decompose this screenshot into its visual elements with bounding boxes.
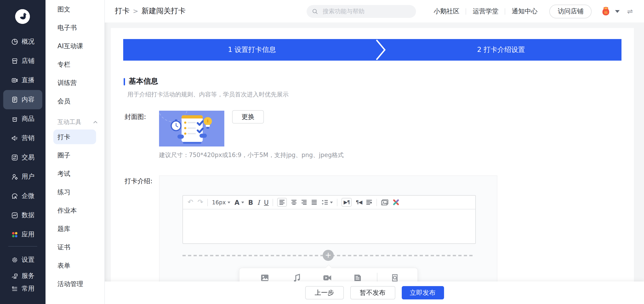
previous-step-button[interactable]: 上一步 [305,286,344,300]
submenu-item-ebook[interactable]: 电子书 [46,18,104,37]
sidebar-item-live[interactable]: 直播 [3,71,42,90]
align-left-button[interactable] [278,198,287,207]
submenu-item-practice[interactable]: 练习 [46,183,104,201]
chevron-down-icon [228,201,230,203]
insert-video-option[interactable] [323,273,332,282]
sidebar-item-overview[interactable]: 概况 [3,32,42,51]
ltr-paragraph-button[interactable]: ▶¶ [342,198,352,207]
submenu-item-workbook[interactable]: 作业本 [46,201,104,220]
submenu-item-imagetext[interactable]: 图文 [46,0,104,18]
submenu-item-circle[interactable]: 圈子 [46,146,104,164]
line-height-dropdown[interactable] [322,200,333,205]
breadcrumb-parent[interactable]: 打卡 [115,6,130,15]
insert-image-option[interactable] [260,273,269,282]
main-region: 打卡>新建闯关打卡 小鹅社区 运营学堂 通知中心 访问店铺 福 [105,0,644,304]
indent-button[interactable] [366,200,372,205]
brand-logo[interactable] [15,9,30,24]
sidebar-divider [8,246,37,247]
link-community[interactable]: 小鹅社区 [434,7,460,15]
undo-icon[interactable]: ↶ [188,199,193,206]
align-right-button[interactable] [301,200,307,205]
redo-icon[interactable]: ↷ [198,199,203,206]
link-notification-center[interactable]: 通知中心 [512,7,538,15]
svg-text:福: 福 [604,10,608,14]
font-color-dropdown[interactable]: A [234,199,244,206]
insert-article-option[interactable] [353,273,362,282]
sidebar-item-marketing[interactable]: 营销 [3,129,42,148]
underline-button[interactable]: U [264,199,269,206]
insert-audio-option[interactable] [292,273,302,282]
sidebar-item-label: 概况 [22,38,34,46]
sidebar-item-label: 店铺 [22,57,34,65]
bold-button[interactable]: B [248,199,253,206]
sidebar-item-shop[interactable]: 店铺 [3,51,42,71]
sidebar-item-label: 营销 [22,134,34,142]
rtl-paragraph-button[interactable]: ¶◀ [356,200,362,205]
submenu-section-interactive-tools[interactable]: 互动工具 [46,117,104,128]
submenu-item-column[interactable]: 专栏 [46,55,104,73]
chevron-down-icon [330,201,333,203]
sidebar-item-content[interactable]: 内容 [3,90,42,109]
link-divider [505,8,506,14]
trade-arrows-icon [11,154,18,161]
goose-logo-icon [15,9,30,24]
submenu-item-form[interactable]: 表单 [46,256,104,275]
sidebar-item-label: 内容 [22,95,34,104]
font-color-letter: A [234,199,240,206]
sidebar-item-users[interactable]: 用户 [3,167,42,186]
step-2[interactable]: 2 打卡介绍设置 [380,39,622,61]
submenu-item-camp[interactable]: 训练营 [46,73,104,92]
submenu-item-certificate[interactable]: 证书 [46,238,104,256]
submenu-item-member[interactable]: 会员 [46,92,104,110]
change-cover-button[interactable]: 更换 [232,110,264,124]
publish-now-button[interactable]: 立即发布 [402,286,444,300]
global-search[interactable] [307,5,416,18]
align-justify-icon [312,200,318,205]
cover-image-thumbnail[interactable] [159,111,224,146]
save-draft-button[interactable]: 暂不发布 [350,286,395,300]
submenu-item-exam[interactable]: 考试 [46,164,104,183]
breadcrumb: 打卡>新建闯关打卡 [115,6,186,16]
submenu-item-question-bank[interactable]: 题库 [46,220,104,238]
frequent-list-icon [11,285,18,293]
avatar[interactable]: 福 [600,5,612,17]
breadcrumb-separator: > [133,7,138,15]
content-doc-icon [11,96,18,103]
insert-resource-search-option[interactable] [390,273,400,282]
sidebar-item-apps[interactable]: 应用 [3,225,42,244]
submenu-item-activity-mgmt[interactable]: 活动管理 [46,275,104,293]
sidebar-item-frequent[interactable]: 常用 [3,283,42,295]
font-size-value: 16px [212,200,226,205]
sidebar-item-label: 常用 [22,285,34,293]
sidebar-item-data[interactable]: 数据 [3,206,42,225]
step-1[interactable]: 1 设置打卡信息 [123,39,380,61]
align-justify-button[interactable] [312,200,318,205]
submenu-item-checkin[interactable]: 打卡 [53,129,96,144]
add-block-button[interactable]: + [323,250,334,261]
cover-illustration [159,111,224,146]
sidebar-item-wecom[interactable]: 企微 [3,186,42,206]
avatar-dropdown-caret-icon[interactable] [615,10,620,13]
visit-shop-button[interactable]: 访问店铺 [550,4,592,18]
switch-account-icon[interactable]: ⇌ [627,7,633,15]
sidebar-item-service[interactable]: 服务 [3,270,42,283]
sidebar-item-label: 交易 [22,153,34,162]
font-size-dropdown[interactable]: 16px [212,200,230,205]
editor-text-area[interactable] [183,209,475,243]
align-center-button[interactable] [291,200,297,205]
line-height-icon [322,200,328,205]
sidebar-item-trade[interactable]: 交易 [3,148,42,167]
sidebar-item-goods[interactable]: 商品 [3,109,42,129]
section-accent-bar [124,78,125,85]
search-input[interactable] [322,7,411,15]
secondary-sidebar: 图文 电子书 AI互动课 专栏 训练营 会员 互动工具 打卡 圈子 考试 练习 … [46,0,105,304]
sidebar-item-settings[interactable]: 设置 [3,250,42,270]
italic-button[interactable]: I [257,199,260,206]
link-operation-school[interactable]: 运营学堂 [473,7,498,15]
submenu-item-ai-course[interactable]: AI互动课 [46,37,104,55]
format-brush-button[interactable] [393,199,400,206]
chevron-down-icon [241,201,244,203]
insert-image-button[interactable] [381,199,389,206]
align-center-icon [291,200,297,205]
header-links: 小鹅社区 运营学堂 通知中心 [434,7,538,15]
